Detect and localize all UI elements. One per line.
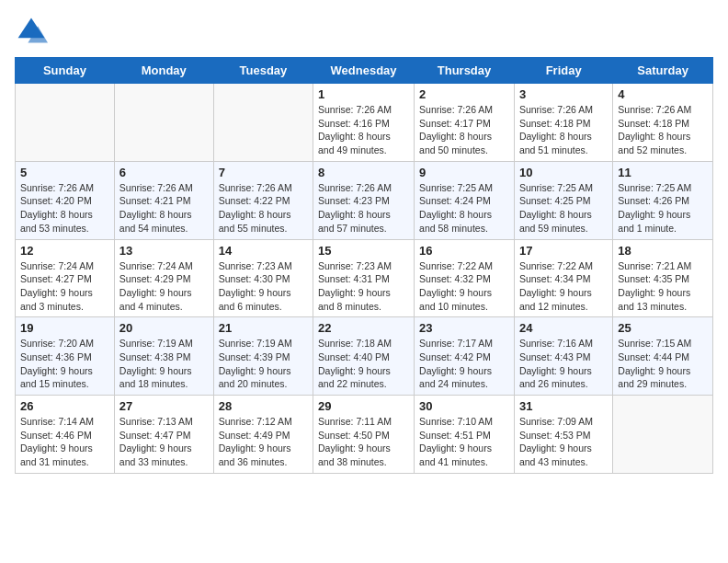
day-info: Sunrise: 7:17 AM Sunset: 4:42 PM Dayligh… (419, 337, 509, 391)
calendar-cell: 4Sunrise: 7:26 AM Sunset: 4:18 PM Daylig… (613, 84, 713, 162)
calendar-cell (213, 84, 313, 162)
calendar-cell: 8Sunrise: 7:26 AM Sunset: 4:23 PM Daylig… (313, 161, 415, 239)
calendar-cell: 14Sunrise: 7:23 AM Sunset: 4:30 PM Dayli… (213, 239, 313, 317)
day-info: Sunrise: 7:19 AM Sunset: 4:39 PM Dayligh… (219, 337, 308, 391)
calendar-cell: 30Sunrise: 7:10 AM Sunset: 4:51 PM Dayli… (415, 396, 515, 474)
day-info: Sunrise: 7:26 AM Sunset: 4:16 PM Dayligh… (318, 103, 409, 157)
day-number: 1 (318, 87, 409, 101)
day-info: Sunrise: 7:25 AM Sunset: 4:26 PM Dayligh… (618, 181, 708, 236)
day-info: Sunrise: 7:23 AM Sunset: 4:30 PM Dayligh… (219, 259, 308, 314)
day-info: Sunrise: 7:26 AM Sunset: 4:18 PM Dayligh… (519, 103, 608, 157)
day-number: 17 (519, 244, 608, 258)
day-number: 10 (519, 166, 608, 179)
logo-icon (15, 15, 48, 48)
calendar-cell: 17Sunrise: 7:22 AM Sunset: 4:34 PM Dayli… (514, 239, 612, 317)
calendar-cell: 29Sunrise: 7:11 AM Sunset: 4:50 PM Dayli… (313, 396, 415, 474)
day-info: Sunrise: 7:10 AM Sunset: 4:51 PM Dayligh… (419, 415, 509, 469)
calendar-week-1: 1Sunrise: 7:26 AM Sunset: 4:16 PM Daylig… (16, 84, 713, 162)
day-number: 31 (519, 399, 608, 413)
calendar-cell (114, 84, 213, 162)
day-info: Sunrise: 7:26 AM Sunset: 4:21 PM Dayligh… (119, 181, 209, 236)
day-number: 7 (219, 166, 308, 179)
col-header-saturday: Saturday (613, 58, 713, 84)
header (15, 15, 713, 48)
day-number: 24 (519, 321, 608, 335)
calendar-cell (613, 396, 713, 474)
day-info: Sunrise: 7:22 AM Sunset: 4:32 PM Dayligh… (419, 259, 509, 314)
calendar-cell: 10Sunrise: 7:25 AM Sunset: 4:25 PM Dayli… (514, 161, 612, 239)
calendar-cell: 23Sunrise: 7:17 AM Sunset: 4:42 PM Dayli… (415, 317, 515, 396)
day-info: Sunrise: 7:25 AM Sunset: 4:24 PM Dayligh… (419, 181, 509, 236)
calendar-cell: 5Sunrise: 7:26 AM Sunset: 4:20 PM Daylig… (16, 161, 115, 239)
calendar-cell: 13Sunrise: 7:24 AM Sunset: 4:29 PM Dayli… (114, 239, 213, 317)
calendar-cell: 27Sunrise: 7:13 AM Sunset: 4:47 PM Dayli… (114, 396, 213, 474)
day-number: 20 (119, 321, 209, 335)
day-number: 2 (419, 87, 509, 101)
day-number: 16 (419, 244, 509, 258)
day-number: 13 (119, 244, 209, 258)
calendar-week-3: 12Sunrise: 7:24 AM Sunset: 4:27 PM Dayli… (16, 239, 713, 317)
calendar-cell: 1Sunrise: 7:26 AM Sunset: 4:16 PM Daylig… (313, 84, 415, 162)
calendar-cell: 26Sunrise: 7:14 AM Sunset: 4:46 PM Dayli… (16, 396, 115, 474)
col-header-sunday: Sunday (16, 58, 115, 84)
day-info: Sunrise: 7:09 AM Sunset: 4:53 PM Dayligh… (519, 415, 608, 469)
day-number: 4 (618, 87, 708, 101)
calendar-cell: 21Sunrise: 7:19 AM Sunset: 4:39 PM Dayli… (213, 317, 313, 396)
day-info: Sunrise: 7:16 AM Sunset: 4:43 PM Dayligh… (519, 337, 608, 391)
calendar-cell: 16Sunrise: 7:22 AM Sunset: 4:32 PM Dayli… (415, 239, 515, 317)
day-number: 18 (618, 244, 708, 258)
logo (15, 15, 51, 48)
day-number: 5 (20, 166, 109, 179)
day-info: Sunrise: 7:26 AM Sunset: 4:20 PM Dayligh… (20, 181, 109, 236)
calendar-header-row: SundayMondayTuesdayWednesdayThursdayFrid… (16, 58, 713, 84)
day-info: Sunrise: 7:13 AM Sunset: 4:47 PM Dayligh… (119, 415, 209, 469)
calendar-cell: 9Sunrise: 7:25 AM Sunset: 4:24 PM Daylig… (415, 161, 515, 239)
calendar-cell: 22Sunrise: 7:18 AM Sunset: 4:40 PM Dayli… (313, 317, 415, 396)
day-info: Sunrise: 7:25 AM Sunset: 4:25 PM Dayligh… (519, 181, 608, 236)
day-info: Sunrise: 7:24 AM Sunset: 4:29 PM Dayligh… (119, 259, 209, 314)
calendar-cell: 6Sunrise: 7:26 AM Sunset: 4:21 PM Daylig… (114, 161, 213, 239)
calendar-cell: 28Sunrise: 7:12 AM Sunset: 4:49 PM Dayli… (213, 396, 313, 474)
day-number: 29 (318, 399, 409, 413)
day-info: Sunrise: 7:14 AM Sunset: 4:46 PM Dayligh… (20, 415, 109, 469)
day-number: 15 (318, 244, 409, 258)
day-number: 8 (318, 166, 409, 179)
day-info: Sunrise: 7:26 AM Sunset: 4:17 PM Dayligh… (419, 103, 509, 157)
day-info: Sunrise: 7:19 AM Sunset: 4:38 PM Dayligh… (119, 337, 209, 391)
col-header-wednesday: Wednesday (313, 58, 415, 84)
day-number: 9 (419, 166, 509, 179)
day-info: Sunrise: 7:26 AM Sunset: 4:18 PM Dayligh… (618, 103, 708, 157)
col-header-tuesday: Tuesday (213, 58, 313, 84)
calendar-week-2: 5Sunrise: 7:26 AM Sunset: 4:20 PM Daylig… (16, 161, 713, 239)
calendar-cell: 24Sunrise: 7:16 AM Sunset: 4:43 PM Dayli… (514, 317, 612, 396)
day-info: Sunrise: 7:20 AM Sunset: 4:36 PM Dayligh… (20, 337, 109, 391)
day-info: Sunrise: 7:22 AM Sunset: 4:34 PM Dayligh… (519, 259, 608, 314)
day-number: 19 (20, 321, 109, 335)
day-number: 28 (219, 399, 308, 413)
calendar-week-4: 19Sunrise: 7:20 AM Sunset: 4:36 PM Dayli… (16, 317, 713, 396)
calendar-cell: 3Sunrise: 7:26 AM Sunset: 4:18 PM Daylig… (514, 84, 612, 162)
calendar-cell: 25Sunrise: 7:15 AM Sunset: 4:44 PM Dayli… (613, 317, 713, 396)
calendar: SundayMondayTuesdayWednesdayThursdayFrid… (15, 57, 713, 474)
day-number: 3 (519, 87, 608, 101)
calendar-cell: 7Sunrise: 7:26 AM Sunset: 4:22 PM Daylig… (213, 161, 313, 239)
day-info: Sunrise: 7:23 AM Sunset: 4:31 PM Dayligh… (318, 259, 409, 314)
calendar-cell: 15Sunrise: 7:23 AM Sunset: 4:31 PM Dayli… (313, 239, 415, 317)
calendar-cell: 31Sunrise: 7:09 AM Sunset: 4:53 PM Dayli… (514, 396, 612, 474)
day-info: Sunrise: 7:18 AM Sunset: 4:40 PM Dayligh… (318, 337, 409, 391)
day-info: Sunrise: 7:21 AM Sunset: 4:35 PM Dayligh… (618, 259, 708, 314)
col-header-friday: Friday (514, 58, 612, 84)
calendar-cell: 20Sunrise: 7:19 AM Sunset: 4:38 PM Dayli… (114, 317, 213, 396)
col-header-monday: Monday (114, 58, 213, 84)
day-number: 12 (20, 244, 109, 258)
calendar-cell: 19Sunrise: 7:20 AM Sunset: 4:36 PM Dayli… (16, 317, 115, 396)
day-number: 21 (219, 321, 308, 335)
day-info: Sunrise: 7:26 AM Sunset: 4:23 PM Dayligh… (318, 181, 409, 236)
day-number: 22 (318, 321, 409, 335)
day-number: 23 (419, 321, 509, 335)
col-header-thursday: Thursday (415, 58, 515, 84)
day-number: 11 (618, 166, 708, 179)
day-info: Sunrise: 7:15 AM Sunset: 4:44 PM Dayligh… (618, 337, 708, 391)
calendar-cell: 12Sunrise: 7:24 AM Sunset: 4:27 PM Dayli… (16, 239, 115, 317)
day-number: 25 (618, 321, 708, 335)
